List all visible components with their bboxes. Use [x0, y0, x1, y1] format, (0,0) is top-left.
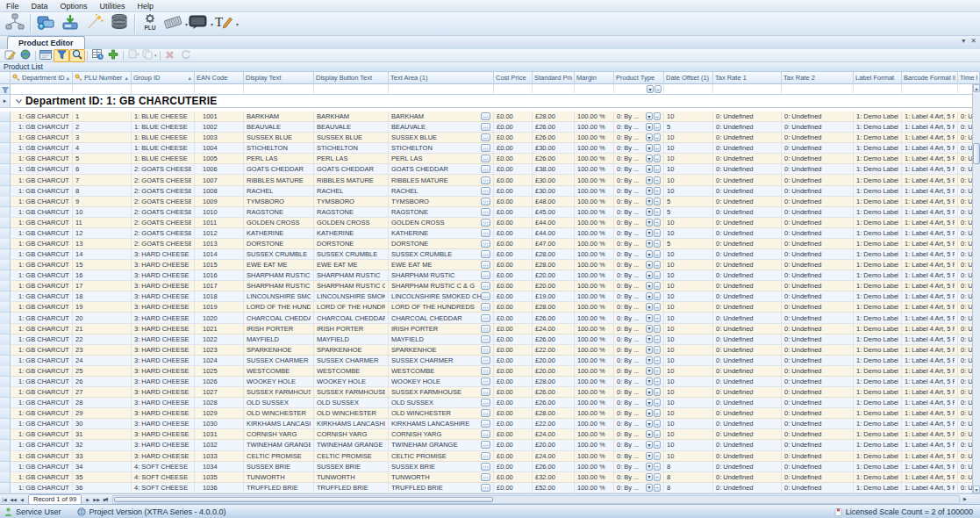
cell-ean[interactable]: 1008 — [195, 186, 244, 197]
cell-display[interactable]: IRISH PORTER — [244, 324, 314, 335]
cell-tax-rate-2[interactable]: 0: Undefined — [782, 207, 854, 218]
ellipsis-button[interactable]: ··· — [481, 144, 490, 152]
cell-margin[interactable]: 100.00 % — [575, 324, 614, 335]
cell-tax-rate-1[interactable]: 0: Undefined — [713, 377, 782, 387]
cell-cost-price[interactable]: £0.00 — [494, 440, 533, 450]
cell-barcode-format[interactable]: 1: Label 4 Art, 5 Pr... — [902, 313, 958, 323]
cell-tax-rate-1[interactable]: 0: Undefined — [713, 281, 782, 291]
cell-date-offset[interactable]: 10 — [664, 249, 713, 260]
cell-cost-price[interactable]: £0.00 — [494, 281, 533, 291]
cell-department[interactable]: 1: GB CHARCUTE... — [11, 239, 73, 249]
minus-button[interactable]: − — [654, 452, 661, 460]
filter-cell-label-format[interactable] — [854, 84, 902, 95]
cell-ean[interactable]: 1028 — [195, 398, 244, 408]
cell-department[interactable]: 1: GB CHARCUTE... — [11, 356, 73, 366]
cell-ean[interactable]: 1024 — [195, 356, 244, 366]
cell-group[interactable]: 4: SOFT CHEESE — [132, 462, 195, 472]
cell-plu[interactable]: 29 — [73, 408, 132, 419]
cell-tax-rate-2[interactable]: 0: Undefined — [782, 122, 854, 133]
cell-tax-rate-1[interactable]: 0: Undefined — [713, 143, 782, 154]
cell-group[interactable]: 3: HARD CHEESE — [132, 429, 195, 440]
cell-ean[interactable]: 1014 — [195, 249, 244, 260]
cell-group[interactable]: 3: HARD CHEESE — [132, 440, 195, 450]
cell-text-area[interactable]: SPARKENHOE··· — [389, 345, 494, 356]
cell-tax-rate-1[interactable]: 0: Undefined — [713, 451, 782, 462]
cell-display-button[interactable]: WOOKEY HOLE — [314, 377, 389, 387]
cell-display[interactable]: GOLDEN CROSS — [244, 218, 314, 228]
cell-margin[interactable]: 100.00 % — [575, 133, 614, 143]
row-indicator[interactable] — [0, 239, 11, 249]
cell-text-area[interactable]: SUSSEX BLUE··· — [389, 133, 494, 143]
cell-display[interactable]: SPARKENHOE — [244, 345, 314, 356]
cell-text-area[interactable]: CELTIC PROMISE··· — [389, 451, 494, 462]
cell-text-area[interactable]: MAYFIELD··· — [389, 335, 494, 345]
cell-date-offset[interactable]: 5 — [664, 197, 713, 207]
cell-display[interactable]: SUSSEX FARMHOUSE — [244, 387, 314, 398]
cell-tax-rate-1[interactable]: 0: Undefined — [713, 366, 782, 377]
cell-ean[interactable]: 1007 — [195, 175, 244, 185]
cell-display-button[interactable]: TRUFFLED BRIE — [314, 483, 389, 493]
cell-date-offset[interactable]: 10 — [664, 440, 713, 450]
combo-arrow-button[interactable]: ▾ — [646, 378, 653, 385]
cell-barcode-format[interactable]: 1: Label 4 Art, 5 Pr... — [902, 462, 958, 472]
cell-cost-price[interactable]: £0.00 — [494, 366, 533, 377]
minus-button[interactable]: − — [654, 219, 661, 227]
cell-product-type[interactable]: 0: By ...▾− — [614, 207, 664, 218]
cell-tax-rate-1[interactable]: 0: Undefined — [713, 133, 782, 143]
cell-barcode-format[interactable]: 1: Label 4 Art, 5 Pr... — [902, 377, 958, 387]
cell-barcode-format[interactable]: 1: Label 4 Art, 5 Pr... — [902, 366, 958, 377]
cell-label-format[interactable]: 1: Demo Label — [854, 302, 902, 313]
cell-ean[interactable]: 1005 — [195, 154, 244, 164]
cell-tax-rate-2[interactable]: 0: Undefined — [782, 451, 854, 462]
cell-display-button[interactable]: KATHERINE — [314, 228, 389, 239]
cell-plu[interactable]: 13 — [73, 239, 132, 249]
cell-date-offset[interactable]: 10 — [664, 419, 713, 429]
column-header-tax-rate-1[interactable]: Tax Rate 1 — [713, 72, 782, 84]
cell-tax-rate-1[interactable]: 0: Undefined — [713, 335, 782, 345]
browse-button[interactable] — [18, 49, 33, 62]
cell-group[interactable]: 3: HARD CHEESE — [132, 281, 195, 291]
cell-cost-price[interactable]: £0.00 — [494, 324, 533, 335]
row-indicator[interactable] — [0, 345, 11, 356]
cell-standard-price[interactable]: £20.00 — [533, 281, 575, 291]
nav-prev-page-button[interactable]: ◀◀ — [9, 495, 18, 504]
combo-arrow-button[interactable]: ▾ — [646, 399, 653, 406]
cell-date-offset[interactable]: 10 — [664, 186, 713, 197]
cell-date-offset[interactable]: 10 — [664, 429, 713, 440]
cell-date-offset[interactable]: 10 — [664, 164, 713, 175]
cell-date-offset[interactable]: 10 — [664, 313, 713, 323]
cell-date-offset[interactable]: 10 — [664, 356, 713, 366]
combo-arrow-button[interactable]: ▾ — [646, 208, 653, 216]
cell-tax-rate-2[interactable]: 0: Undefined — [782, 249, 854, 260]
cell-margin[interactable]: 100.00 % — [575, 313, 614, 323]
cell-label-format[interactable]: 1: Demo Label — [854, 143, 902, 154]
cell-department[interactable]: 1: GB CHARCUTE... — [11, 483, 73, 493]
cell-display[interactable]: TUNWORTH — [244, 472, 314, 483]
cell-plu[interactable]: 9 — [73, 197, 132, 207]
cell-tax-rate-2[interactable]: 0: Undefined — [782, 270, 854, 281]
network-button[interactable] — [3, 13, 27, 35]
cell-date-offset[interactable]: 10 — [664, 154, 713, 164]
cell-date-offset[interactable]: 10 — [664, 112, 713, 122]
row-indicator[interactable] — [0, 197, 11, 207]
column-header-display-button[interactable]: Display Button Text — [314, 72, 389, 84]
cell-display-button[interactable]: GOLDEN CROSS — [314, 218, 389, 228]
cell-cost-price[interactable]: £0.00 — [494, 302, 533, 313]
cell-barcode-format[interactable]: 1: Label 4 Art, 5 Pr... — [902, 291, 958, 302]
cell-department[interactable]: 1: GB CHARCUTE... — [11, 270, 73, 281]
cell-display-button[interactable]: SUSSEX BRIE — [314, 462, 389, 472]
cell-label-format[interactable]: 1: Demo Label — [854, 408, 902, 419]
cell-standard-price[interactable]: £20.00 — [533, 356, 575, 366]
cell-tax-rate-1[interactable]: 0: Undefined — [713, 164, 782, 175]
minus-button[interactable]: − — [654, 112, 661, 120]
sync-button[interactable] — [33, 13, 58, 35]
cell-label-format[interactable]: 1: Demo Label — [854, 313, 902, 323]
cell-margin[interactable]: 100.00 % — [575, 419, 614, 429]
cell-group[interactable]: 3: HARD CHEESE — [132, 345, 195, 356]
cell-date-offset[interactable]: 10 — [664, 377, 713, 387]
nav-prev-button[interactable]: ◀ — [18, 495, 26, 504]
cell-label-format[interactable]: 1: Demo Label — [854, 186, 902, 197]
cell-group[interactable]: 2: GOATS CHEESE — [132, 186, 195, 197]
ellipsis-button[interactable]: ··· — [481, 208, 490, 216]
labels-button[interactable]: ▾ — [162, 13, 188, 35]
